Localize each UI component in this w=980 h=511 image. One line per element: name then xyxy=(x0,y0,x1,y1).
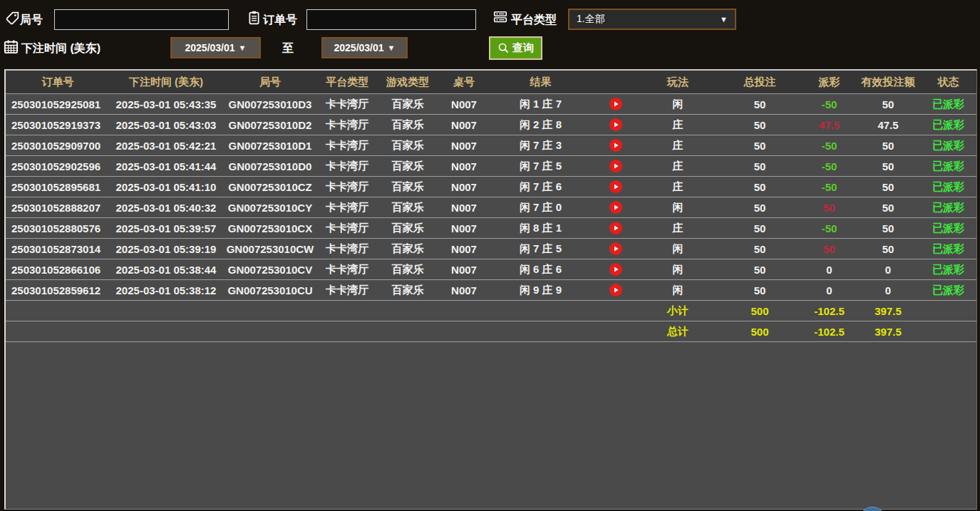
cell-result: 闲 6 庄 6 xyxy=(489,263,592,277)
date-to-picker[interactable]: 2025/03/01 ▼ xyxy=(321,37,408,58)
cell-platform: 卡卡湾厅 xyxy=(318,222,376,235)
cell-bet-time: 2025-03-01 05:41:44 xyxy=(110,160,222,172)
cell-replay xyxy=(592,160,639,172)
cell-payout: 0 xyxy=(803,264,856,276)
cell-game-type: 百家乐 xyxy=(376,139,439,153)
total-valid-bet: 397.5 xyxy=(856,326,920,338)
replay-play-icon[interactable] xyxy=(609,242,622,255)
cell-replay xyxy=(592,263,639,276)
replay-play-icon[interactable] xyxy=(609,139,622,152)
cell-bet-time: 2025-03-01 05:39:19 xyxy=(110,243,222,255)
search-button-label: 查询 xyxy=(512,41,534,55)
cell-status: 已派彩 xyxy=(920,180,976,194)
platform-type-label: 平台类型 xyxy=(511,13,557,28)
cell-order-no: 250301052859612 xyxy=(6,284,110,296)
replay-play-icon[interactable] xyxy=(609,222,622,234)
replay-play-icon[interactable] xyxy=(609,98,622,110)
cell-total-bet: 50 xyxy=(717,119,803,131)
replay-play-icon[interactable] xyxy=(609,263,622,276)
cell-status: 已派彩 xyxy=(920,242,976,256)
cell-order-no: 250301052873014 xyxy=(6,243,110,255)
cell-result: 闲 9 庄 9 xyxy=(489,284,592,297)
cell-replay xyxy=(592,284,639,296)
cell-total-bet: 50 xyxy=(717,202,803,214)
platform-select[interactable]: 1.全部 ▼ xyxy=(568,9,736,30)
header-game-no: 局号 xyxy=(222,76,318,89)
cell-table-no: N007 xyxy=(439,98,489,110)
table-body: 250301052925081 2025-03-01 05:43:35 GN00… xyxy=(6,94,976,301)
cell-total-bet: 50 xyxy=(717,140,803,152)
cell-result: 闲 7 庄 5 xyxy=(489,160,592,173)
game-no-label: 局号 xyxy=(20,13,43,28)
cell-game-no: GN007253010D3 xyxy=(222,98,318,110)
magnifier-icon xyxy=(497,42,510,54)
cell-game-no: GN007253010CX xyxy=(222,222,318,234)
cell-table-no: N007 xyxy=(439,264,489,276)
header-payout: 派彩 xyxy=(803,76,856,89)
cell-valid-bet: 50 xyxy=(856,181,920,193)
replay-play-icon[interactable] xyxy=(609,180,622,193)
cell-platform: 卡卡湾厅 xyxy=(318,180,376,194)
chevron-down-icon: ▼ xyxy=(239,43,247,52)
cell-platform: 卡卡湾厅 xyxy=(318,201,376,215)
cell-replay xyxy=(592,180,639,193)
cell-bet-time: 2025-03-01 05:43:35 xyxy=(110,98,222,110)
total-label: 总计 xyxy=(639,325,717,339)
cell-play: 庄 xyxy=(639,139,717,153)
cell-bet-time: 2025-03-01 05:39:57 xyxy=(110,222,222,234)
cell-status: 已派彩 xyxy=(920,263,976,277)
table-row: 250301052888207 2025-03-01 05:40:32 GN00… xyxy=(6,197,976,218)
records-table: 订单号 下注时间 (美东) 局号 平台类型 游戏类型 桌号 结果 玩法 总投注 … xyxy=(4,69,977,510)
cell-replay xyxy=(592,98,639,110)
cell-game-type: 百家乐 xyxy=(376,180,439,194)
cell-payout: -50 xyxy=(803,222,856,234)
cell-order-no: 250301052866106 xyxy=(6,264,110,276)
date-from-picker[interactable]: 2025/03/01 ▼ xyxy=(170,37,261,58)
game-no-input[interactable] xyxy=(54,9,229,30)
cell-table-no: N007 xyxy=(439,222,489,234)
replay-play-icon[interactable] xyxy=(609,284,622,296)
cell-result: 闲 7 庄 3 xyxy=(489,139,592,153)
replay-play-icon[interactable] xyxy=(609,201,622,214)
header-valid-bet: 有效投注额 xyxy=(856,76,920,89)
search-button[interactable]: 查询 xyxy=(489,36,542,60)
cell-total-bet: 50 xyxy=(717,243,803,255)
subtotal-valid-bet: 397.5 xyxy=(856,305,920,317)
header-order-no: 订单号 xyxy=(6,76,110,89)
cell-order-no: 250301052919373 xyxy=(6,119,110,131)
cell-game-type: 百家乐 xyxy=(376,284,439,297)
cell-replay xyxy=(592,222,639,234)
cell-order-no: 250301052909700 xyxy=(6,140,110,152)
cell-valid-bet: 50 xyxy=(856,222,920,234)
table-header-row: 订单号 下注时间 (美东) 局号 平台类型 游戏类型 桌号 结果 玩法 总投注 … xyxy=(6,71,976,94)
header-total-bet: 总投注 xyxy=(717,76,803,89)
cell-payout: -50 xyxy=(803,98,856,110)
calendar-icon xyxy=(3,38,19,55)
cell-play: 庄 xyxy=(639,160,717,173)
table-row: 250301052919373 2025-03-01 05:43:03 GN00… xyxy=(6,115,976,135)
cell-platform: 卡卡湾厅 xyxy=(318,263,376,277)
cell-status: 已派彩 xyxy=(920,139,976,153)
cell-total-bet: 50 xyxy=(717,181,803,193)
order-no-input[interactable] xyxy=(306,9,476,30)
cell-replay xyxy=(592,139,639,152)
cell-platform: 卡卡湾厅 xyxy=(318,284,376,297)
header-platform: 平台类型 xyxy=(318,76,376,89)
replay-play-icon[interactable] xyxy=(609,118,622,131)
cell-game-no: GN007253010D2 xyxy=(222,119,318,131)
cell-total-bet: 50 xyxy=(717,160,803,172)
cell-valid-bet: 50 xyxy=(856,140,920,152)
cell-table-no: N007 xyxy=(439,243,489,255)
table-row: 250301052909700 2025-03-01 05:42:21 GN00… xyxy=(6,135,976,156)
cell-bet-time: 2025-03-01 05:43:03 xyxy=(110,119,222,131)
cell-payout: 47.5 xyxy=(803,119,856,131)
cell-order-no: 250301052925081 xyxy=(6,98,110,110)
order-no-label: 订单号 xyxy=(263,13,297,28)
subtotal-payout: -102.5 xyxy=(803,305,856,317)
cell-table-no: N007 xyxy=(439,181,489,193)
cell-game-type: 百家乐 xyxy=(376,263,439,277)
cell-game-no: GN007253010CW xyxy=(222,243,318,255)
replay-play-icon[interactable] xyxy=(609,160,622,172)
cell-bet-time: 2025-03-01 05:42:21 xyxy=(110,140,222,152)
cell-game-no: GN007253010CV xyxy=(222,264,318,276)
